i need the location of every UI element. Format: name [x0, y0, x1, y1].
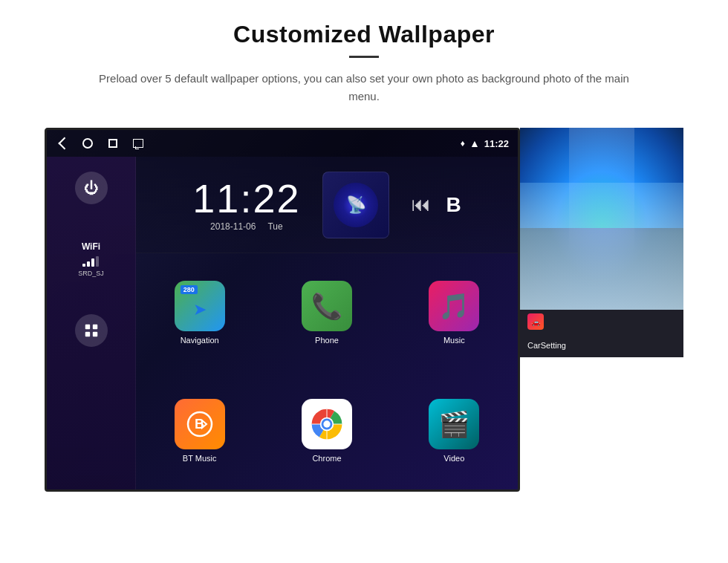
back-arrow-icon: [58, 139, 67, 148]
status-bar-right: ♦ ▲ 11:22: [461, 137, 509, 149]
screenshot-nav-icon[interactable]: [131, 137, 145, 150]
svg-rect-0: [85, 325, 89, 329]
video-icon: 🎬: [429, 399, 479, 449]
power-button[interactable]: ⏻: [75, 172, 108, 204]
chrome-icon: [302, 399, 352, 449]
center-panel: 11:22 2018-11-06 Tue 📡: [136, 157, 518, 489]
phone-symbol: 📞: [311, 291, 342, 321]
bt-music-svg: B: [186, 410, 214, 438]
apps-grid-button[interactable]: [75, 314, 108, 347]
svg-rect-2: [85, 332, 89, 336]
video-symbol: 🎬: [438, 409, 469, 439]
chrome-svg: [308, 406, 345, 443]
screenshot-icon: [133, 139, 143, 148]
clock-time: 11:22: [192, 178, 300, 218]
app-navigation[interactable]: 280 ➤ Navigation: [136, 253, 263, 371]
wifi-label: WiFi: [82, 241, 100, 252]
map-badge: 280: [181, 285, 198, 294]
svg-point-11: [323, 420, 330, 427]
home-circle-icon: [82, 138, 93, 149]
apps-section: 280 ➤ Navigation 📞: [136, 253, 518, 489]
recent-nav-icon[interactable]: [106, 137, 120, 150]
status-bar-left: [56, 137, 145, 150]
cast-waves-icon: 📡: [346, 195, 366, 215]
page-container: Customized Wallpaper Preload over 5 defa…: [0, 0, 728, 563]
signal-bars: [82, 255, 99, 267]
wallpaper-previews: 🚗: [520, 128, 683, 357]
chrome-label: Chrome: [312, 454, 341, 463]
app-video[interactable]: 🎬 Video: [391, 371, 518, 489]
car-setting-label: CarSetting: [527, 341, 566, 350]
app-chrome[interactable]: Chrome: [263, 371, 390, 489]
sidebar: ⏻ WiFi SRD_SJ: [47, 157, 136, 489]
page-title: Customized Wallpaper: [233, 21, 495, 48]
svg-text:B: B: [195, 417, 204, 432]
clock-day: Tue: [267, 221, 282, 232]
title-divider: [349, 56, 379, 58]
main-content: ⏻ WiFi SRD_SJ: [47, 157, 518, 489]
back-nav-icon[interactable]: [56, 137, 69, 150]
music-symbol: 🎵: [438, 291, 469, 321]
clock-section: 11:22 2018-11-06 Tue 📡: [136, 157, 518, 253]
car-icon-symbol: 🚗: [531, 318, 540, 326]
power-icon: ⏻: [84, 180, 99, 197]
cast-circle: 📡: [334, 183, 378, 227]
bt-music-icon: B: [175, 399, 225, 449]
status-time: 11:22: [484, 138, 509, 149]
navigation-label: Navigation: [181, 336, 219, 345]
clock-date-value: 2018-11-06: [210, 221, 256, 232]
bar-2: [87, 261, 90, 267]
app-bt-music[interactable]: B BT Music: [136, 371, 263, 489]
bar-1: [82, 264, 85, 267]
svg-rect-1: [92, 325, 97, 329]
apps-grid-icon: [83, 322, 100, 339]
map-arrow-icon: ➤: [193, 300, 207, 319]
wallpaper-label-area: 🚗: [520, 310, 683, 333]
media-b-button[interactable]: B: [446, 193, 461, 217]
media-buttons: ⏮ B: [412, 193, 461, 217]
nav-app-inner: 280 ➤: [175, 281, 225, 331]
skip-back-icon[interactable]: ⏮: [412, 193, 431, 216]
android-screen: ♦ ▲ 11:22 ⏻ WiFi: [45, 128, 520, 492]
ssid-label: SRD_SJ: [78, 270, 104, 277]
app-music[interactable]: 🎵 Music: [391, 253, 518, 371]
app-phone[interactable]: 📞 Phone: [263, 253, 390, 371]
home-nav-icon[interactable]: [81, 137, 94, 150]
wifi-widget: WiFi SRD_SJ: [78, 241, 104, 277]
device-wrapper: ♦ ▲ 11:22 ⏻ WiFi: [45, 128, 683, 492]
status-bar: ♦ ▲ 11:22: [47, 130, 518, 157]
svg-rect-3: [92, 332, 97, 336]
page-description: Preload over 5 default wallpaper options…: [97, 70, 631, 105]
recent-square-icon: [108, 139, 117, 148]
video-label: Video: [443, 454, 464, 463]
cast-widget[interactable]: 📡: [322, 172, 389, 238]
apps-row-1: 280 ➤ Navigation 📞: [136, 253, 518, 371]
ice-cave-wallpaper: [520, 128, 683, 310]
bar-4: [96, 256, 99, 267]
signal-icon: ▲: [469, 137, 480, 149]
navigation-icon: 280 ➤: [175, 281, 225, 331]
bt-music-label: BT Music: [183, 454, 217, 463]
phone-label: Phone: [315, 336, 339, 345]
apps-row-2: B BT Music: [136, 371, 518, 489]
bar-3: [91, 258, 94, 267]
carsetting-small-icon: 🚗: [527, 313, 544, 330]
phone-icon: 📞: [302, 281, 352, 331]
music-label: Music: [443, 336, 465, 345]
car-setting-label-bar: CarSetting: [520, 333, 683, 357]
wallpaper-top: [520, 128, 683, 310]
clock-info: 11:22 2018-11-06 Tue: [192, 178, 300, 232]
music-icon: 🎵: [429, 281, 479, 331]
clock-date: 2018-11-06 Tue: [192, 221, 300, 232]
light-beam: [569, 128, 634, 256]
gps-icon: ♦: [461, 138, 465, 149]
